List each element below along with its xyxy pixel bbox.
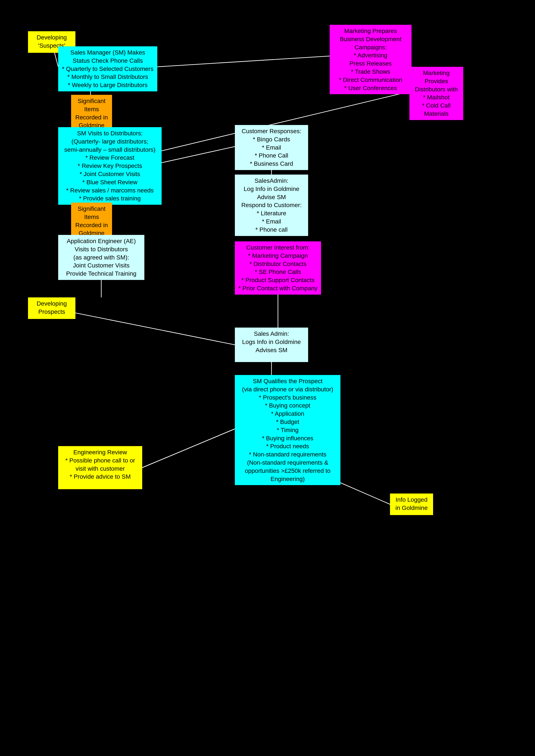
svg-line-11 <box>142 429 235 468</box>
svg-line-6 <box>162 147 235 163</box>
customer-responses: Customer Responses:* Bingo Cards* Email*… <box>235 125 308 170</box>
customer-interest: Customer Interest from:* Marketing Campa… <box>235 241 321 294</box>
sig-items-2: Significant ItemsRecorded inGoldmine <box>71 203 112 239</box>
sales-manager-calls: Sales Manager (SM) MakesStatus Check Pho… <box>58 46 157 91</box>
svg-line-2 <box>157 56 330 67</box>
svg-line-9 <box>52 308 235 345</box>
sm-qualifies: SM Qualifies the Prospect(via direct pho… <box>235 375 340 485</box>
svg-line-13 <box>142 429 235 468</box>
developing-prospects: DevelopingProspects <box>28 297 75 319</box>
marketing-provides: MarketingProvidesDistributors with* Mail… <box>409 67 463 120</box>
svg-line-12 <box>340 483 390 504</box>
ae-visits: Application Engineer (AE)Visits to Distr… <box>58 235 144 280</box>
sales-admin-logs2: Sales Admin:Logs Info in GoldmineAdvises… <box>235 327 308 362</box>
sm-visits: SM Visits to Distributors:(Quarterly- la… <box>58 127 162 205</box>
info-logged: Info Loggedin Goldmine <box>390 493 433 515</box>
sales-admin-log: SalesAdmin:Log Info in GoldmineAdvise SM… <box>235 175 308 236</box>
marketing-prepares: Marketing PreparesBusiness DevelopmentCa… <box>330 25 411 94</box>
sig-items-1: Significant ItemsRecorded inGoldmine <box>71 95 112 132</box>
engineering-review: Engineering Review* Possible phone call … <box>58 446 142 489</box>
